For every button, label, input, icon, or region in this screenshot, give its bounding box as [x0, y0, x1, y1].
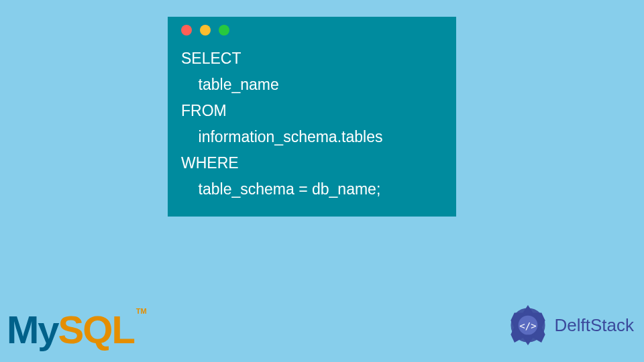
- maximize-icon: [219, 25, 229, 36]
- mysql-logo: MySQLTM: [7, 307, 147, 352]
- code-line: WHERE: [181, 154, 239, 172]
- traffic-lights: [181, 25, 443, 36]
- close-icon: [181, 25, 192, 36]
- delftstack-text: DelftStack: [555, 315, 635, 336]
- code-line: table_schema = db_name;: [181, 180, 380, 198]
- delftstack-icon: </>: [504, 302, 551, 349]
- code-block: SELECT table_name FROM information_schem…: [181, 46, 443, 203]
- mysql-my: My: [7, 308, 58, 351]
- code-line: SELECT: [181, 50, 241, 67]
- mysql-tm: TM: [136, 307, 147, 315]
- code-line: FROM: [181, 102, 227, 119]
- svg-text:</>: </>: [519, 320, 536, 331]
- code-window: SELECT table_name FROM information_schem…: [168, 17, 456, 217]
- code-line: information_schema.tables: [181, 128, 382, 145]
- mysql-sql: SQL: [58, 308, 134, 351]
- delftstack-logo: </> DelftStack: [504, 302, 635, 349]
- minimize-icon: [200, 25, 211, 36]
- code-line: table_name: [181, 76, 279, 93]
